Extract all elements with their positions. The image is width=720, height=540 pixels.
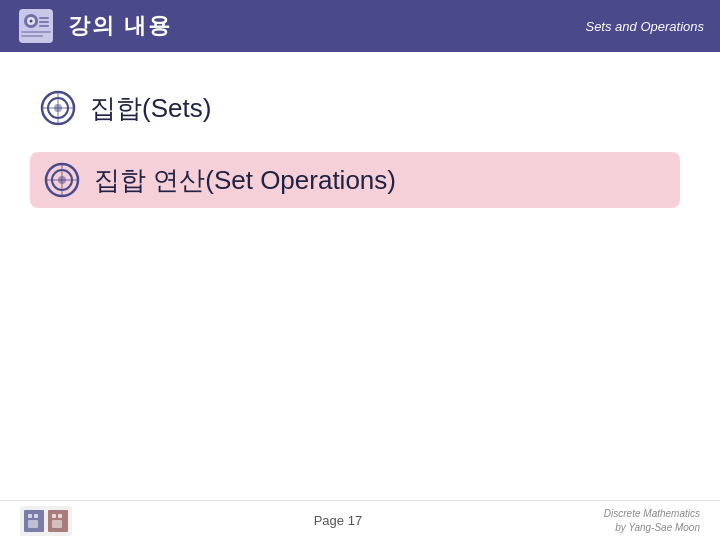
svg-rect-4 xyxy=(39,17,49,19)
svg-rect-23 xyxy=(34,514,38,518)
svg-rect-25 xyxy=(52,514,56,518)
sets-icon xyxy=(40,90,76,126)
menu-item-set-operations: 집합 연산(Set Operations) xyxy=(30,152,680,208)
svg-rect-22 xyxy=(28,514,32,518)
svg-rect-5 xyxy=(39,21,49,23)
svg-rect-27 xyxy=(52,520,62,528)
svg-rect-26 xyxy=(58,514,62,518)
footer: Page 17 Discrete Mathematics by Yang-Sae… xyxy=(0,500,720,540)
footer-logo xyxy=(20,506,72,536)
svg-rect-6 xyxy=(39,25,49,27)
menu-item-sets: 집합(Sets) xyxy=(30,82,680,134)
university-logo-icon xyxy=(20,506,72,536)
svg-rect-7 xyxy=(21,31,51,33)
header-bar: 강의 내용 Sets and Operations xyxy=(0,0,720,52)
header-subtitle: Sets and Operations xyxy=(585,19,704,34)
header-icon xyxy=(14,4,58,48)
content-area: 집합(Sets) 집합 연산(Set Operations) xyxy=(0,52,720,492)
footer-credit-line1: Discrete Mathematics xyxy=(604,508,700,519)
set-operations-icon xyxy=(44,162,80,198)
footer-credit: Discrete Mathematics by Yang-Sae Moon xyxy=(604,507,700,535)
lecture-icon xyxy=(17,7,55,45)
set-operations-label: 집합 연산(Set Operations) xyxy=(94,163,396,198)
header-title: 강의 내용 xyxy=(68,11,172,41)
sets-label: 집합(Sets) xyxy=(90,91,211,126)
footer-page: Page 17 xyxy=(314,513,362,528)
svg-rect-8 xyxy=(21,35,43,37)
footer-credit-line2: by Yang-Sae Moon xyxy=(615,522,700,533)
svg-rect-24 xyxy=(28,520,38,528)
svg-point-3 xyxy=(30,20,33,23)
